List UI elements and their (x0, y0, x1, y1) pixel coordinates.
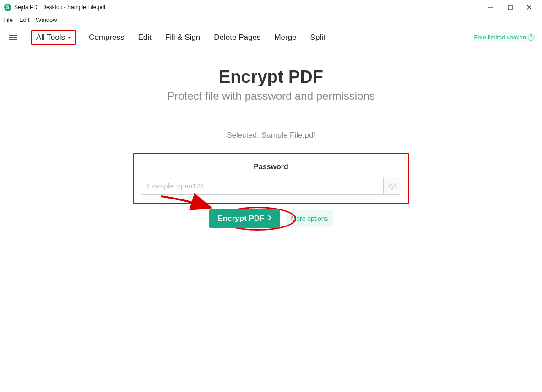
chevron-down-icon (68, 37, 71, 39)
hamburger-icon[interactable] (9, 35, 17, 40)
chevron-right-icon (267, 214, 272, 223)
maximize-button[interactable] (500, 0, 520, 14)
password-row: ? (141, 177, 401, 195)
password-input[interactable] (141, 177, 383, 195)
action-row: Encrypt PDF More options (0, 209, 542, 228)
version-badge[interactable]: Free limited version ? (472, 33, 537, 42)
minimize-button[interactable] (481, 0, 500, 14)
tool-edit[interactable]: Edit (137, 31, 152, 44)
app-logo-icon: S (4, 4, 11, 11)
more-options-button[interactable]: More options (286, 210, 334, 227)
password-section: Password ? (133, 153, 409, 204)
tool-fill-sign[interactable]: Fill & Sign (164, 31, 201, 44)
encrypt-button[interactable]: Encrypt PDF (209, 209, 280, 228)
tool-split[interactable]: Split (309, 31, 326, 44)
menu-window[interactable]: Window (36, 16, 57, 23)
tool-merge[interactable]: Merge (273, 31, 297, 44)
window-title: Sejda PDF Desktop - Sample File.pdf (14, 4, 481, 11)
menu-file[interactable]: File (3, 16, 13, 23)
menu-edit[interactable]: Edit (19, 16, 29, 23)
password-help-button[interactable]: ? (383, 177, 401, 195)
selected-file-label: Selected: Sample File.pdf (0, 131, 542, 140)
svg-rect-1 (508, 5, 512, 10)
help-icon: ? (528, 34, 534, 41)
close-button[interactable] (520, 0, 539, 14)
tool-compress[interactable]: Compress (88, 31, 125, 44)
page-subtitle: Protect file with password and permissio… (0, 90, 542, 102)
help-icon: ? (389, 183, 396, 189)
main-content: Encrypt PDF Protect file with password a… (0, 49, 542, 228)
all-tools-label: All Tools (36, 33, 65, 42)
all-tools-dropdown[interactable]: All Tools (31, 30, 76, 45)
password-label: Password (139, 163, 403, 171)
title-bar: S Sejda PDF Desktop - Sample File.pdf (0, 0, 542, 14)
toolbar: All Tools Compress Edit Fill & Sign Dele… (0, 26, 542, 49)
menu-bar: File Edit Window (0, 14, 542, 26)
version-label: Free limited version (474, 34, 526, 41)
encrypt-button-label: Encrypt PDF (218, 214, 265, 223)
tool-delete-pages[interactable]: Delete Pages (213, 31, 261, 44)
window-controls (481, 0, 539, 14)
page-title: Encrypt PDF (0, 67, 542, 87)
